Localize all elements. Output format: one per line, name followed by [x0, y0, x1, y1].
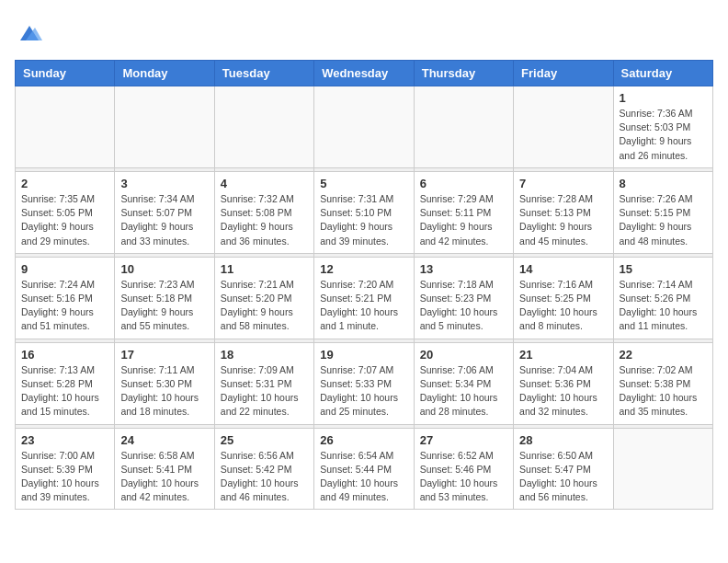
calendar-cell: 28Sunrise: 6:50 AM Sunset: 5:47 PM Dayli…	[514, 428, 613, 510]
calendar-cell: 5Sunrise: 7:31 AM Sunset: 5:10 PM Daylig…	[314, 171, 414, 253]
day-info: Sunrise: 7:11 AM Sunset: 5:30 PM Dayligh…	[120, 363, 208, 419]
calendar-header-tuesday: Tuesday	[214, 61, 313, 86]
day-number: 27	[420, 433, 507, 447]
day-info: Sunrise: 7:26 AM Sunset: 5:15 PM Dayligh…	[620, 192, 707, 248]
day-info: Sunrise: 6:52 AM Sunset: 5:46 PM Dayligh…	[420, 449, 507, 505]
day-number: 12	[320, 262, 407, 276]
day-number: 23	[21, 433, 108, 447]
calendar-cell	[314, 86, 414, 168]
calendar-cell: 20Sunrise: 7:06 AM Sunset: 5:34 PM Dayli…	[414, 342, 513, 424]
calendar-cell: 13Sunrise: 7:18 AM Sunset: 5:23 PM Dayli…	[414, 257, 513, 339]
day-number: 20	[420, 348, 507, 362]
day-number: 19	[320, 348, 407, 362]
day-number: 22	[620, 348, 707, 362]
calendar-cell: 12Sunrise: 7:20 AM Sunset: 5:21 PM Dayli…	[314, 257, 414, 339]
calendar-cell: 19Sunrise: 7:07 AM Sunset: 5:33 PM Dayli…	[314, 342, 414, 424]
day-info: Sunrise: 7:31 AM Sunset: 5:10 PM Dayligh…	[320, 192, 407, 248]
calendar-header-wednesday: Wednesday	[314, 61, 414, 86]
calendar-week-row: 16Sunrise: 7:13 AM Sunset: 5:28 PM Dayli…	[16, 342, 713, 424]
day-number: 1	[620, 91, 707, 105]
day-info: Sunrise: 7:28 AM Sunset: 5:13 PM Dayligh…	[519, 192, 607, 248]
calendar-header-thursday: Thursday	[414, 61, 513, 86]
calendar-week-row: 9Sunrise: 7:24 AM Sunset: 5:16 PM Daylig…	[16, 257, 713, 339]
day-number: 6	[420, 177, 507, 190]
calendar-cell: 24Sunrise: 6:58 AM Sunset: 5:41 PM Dayli…	[115, 428, 214, 510]
calendar-cell: 3Sunrise: 7:34 AM Sunset: 5:07 PM Daylig…	[115, 171, 214, 253]
calendar-cell: 4Sunrise: 7:32 AM Sunset: 5:08 PM Daylig…	[214, 171, 313, 253]
day-number: 28	[519, 433, 607, 447]
day-info: Sunrise: 7:02 AM Sunset: 5:38 PM Dayligh…	[620, 363, 707, 419]
day-number: 25	[221, 433, 308, 447]
day-info: Sunrise: 6:56 AM Sunset: 5:42 PM Dayligh…	[221, 449, 308, 505]
day-info: Sunrise: 7:09 AM Sunset: 5:31 PM Dayligh…	[221, 363, 308, 419]
calendar-header-sunday: Sunday	[16, 61, 115, 86]
calendar-cell: 2Sunrise: 7:35 AM Sunset: 5:05 PM Daylig…	[16, 171, 115, 253]
calendar-cell: 22Sunrise: 7:02 AM Sunset: 5:38 PM Dayli…	[613, 342, 712, 424]
logo	[15, 20, 42, 51]
day-number: 4	[221, 177, 308, 190]
calendar-cell: 1Sunrise: 7:36 AM Sunset: 5:03 PM Daylig…	[613, 86, 712, 168]
day-info: Sunrise: 7:13 AM Sunset: 5:28 PM Dayligh…	[21, 363, 108, 419]
calendar-cell: 23Sunrise: 7:00 AM Sunset: 5:39 PM Dayli…	[16, 428, 115, 510]
day-info: Sunrise: 7:16 AM Sunset: 5:25 PM Dayligh…	[519, 278, 607, 334]
calendar-cell	[514, 86, 613, 168]
day-number: 7	[519, 177, 607, 190]
calendar-cell: 26Sunrise: 6:54 AM Sunset: 5:44 PM Dayli…	[314, 428, 414, 510]
day-info: Sunrise: 7:00 AM Sunset: 5:39 PM Dayligh…	[21, 449, 108, 505]
calendar-cell: 11Sunrise: 7:21 AM Sunset: 5:20 PM Dayli…	[214, 257, 313, 339]
day-info: Sunrise: 7:32 AM Sunset: 5:08 PM Dayligh…	[221, 192, 308, 248]
day-info: Sunrise: 7:14 AM Sunset: 5:26 PM Dayligh…	[620, 278, 707, 334]
day-info: Sunrise: 7:34 AM Sunset: 5:07 PM Dayligh…	[120, 192, 208, 248]
calendar: SundayMondayTuesdayWednesdayThursdayFrid…	[15, 60, 713, 510]
calendar-cell: 9Sunrise: 7:24 AM Sunset: 5:16 PM Daylig…	[16, 257, 115, 339]
calendar-cell: 21Sunrise: 7:04 AM Sunset: 5:36 PM Dayli…	[514, 342, 613, 424]
day-number: 11	[221, 262, 308, 276]
day-info: Sunrise: 7:07 AM Sunset: 5:33 PM Dayligh…	[320, 363, 407, 419]
calendar-cell	[613, 428, 712, 510]
calendar-cell: 10Sunrise: 7:23 AM Sunset: 5:18 PM Dayli…	[115, 257, 214, 339]
day-info: Sunrise: 7:29 AM Sunset: 5:11 PM Dayligh…	[420, 192, 507, 248]
day-number: 15	[620, 262, 707, 276]
day-number: 16	[21, 348, 108, 362]
calendar-week-row: 23Sunrise: 7:00 AM Sunset: 5:39 PM Dayli…	[16, 428, 713, 510]
day-number: 14	[519, 262, 607, 276]
calendar-cell	[214, 86, 313, 168]
day-number: 21	[519, 348, 607, 362]
calendar-cell: 17Sunrise: 7:11 AM Sunset: 5:30 PM Dayli…	[115, 342, 214, 424]
day-info: Sunrise: 7:04 AM Sunset: 5:36 PM Dayligh…	[519, 363, 607, 419]
logo-icon	[17, 20, 42, 46]
calendar-cell: 25Sunrise: 6:56 AM Sunset: 5:42 PM Dayli…	[214, 428, 313, 510]
calendar-header-friday: Friday	[514, 61, 613, 86]
day-number: 17	[120, 348, 208, 362]
calendar-cell: 7Sunrise: 7:28 AM Sunset: 5:13 PM Daylig…	[514, 171, 613, 253]
day-info: Sunrise: 7:35 AM Sunset: 5:05 PM Dayligh…	[21, 192, 108, 248]
day-number: 18	[221, 348, 308, 362]
day-number: 2	[21, 177, 108, 190]
day-info: Sunrise: 6:58 AM Sunset: 5:41 PM Dayligh…	[120, 449, 208, 505]
day-info: Sunrise: 7:36 AM Sunset: 5:03 PM Dayligh…	[620, 107, 707, 163]
day-info: Sunrise: 6:50 AM Sunset: 5:47 PM Dayligh…	[519, 449, 607, 505]
day-info: Sunrise: 7:24 AM Sunset: 5:16 PM Dayligh…	[21, 278, 108, 334]
calendar-week-row: 2Sunrise: 7:35 AM Sunset: 5:05 PM Daylig…	[16, 171, 713, 253]
calendar-header-saturday: Saturday	[613, 61, 712, 86]
calendar-cell: 18Sunrise: 7:09 AM Sunset: 5:31 PM Dayli…	[214, 342, 313, 424]
day-info: Sunrise: 7:21 AM Sunset: 5:20 PM Dayligh…	[221, 278, 308, 334]
calendar-header-row: SundayMondayTuesdayWednesdayThursdayFrid…	[16, 61, 713, 86]
calendar-cell	[115, 86, 214, 168]
day-number: 10	[120, 262, 208, 276]
day-number: 8	[620, 177, 707, 190]
calendar-cell: 27Sunrise: 6:52 AM Sunset: 5:46 PM Dayli…	[414, 428, 513, 510]
day-info: Sunrise: 7:18 AM Sunset: 5:23 PM Dayligh…	[420, 278, 507, 334]
day-info: Sunrise: 7:06 AM Sunset: 5:34 PM Dayligh…	[420, 363, 507, 419]
calendar-cell: 16Sunrise: 7:13 AM Sunset: 5:28 PM Dayli…	[16, 342, 115, 424]
day-info: Sunrise: 7:20 AM Sunset: 5:21 PM Dayligh…	[320, 278, 407, 334]
day-number: 24	[120, 433, 208, 447]
day-number: 26	[320, 433, 407, 447]
calendar-cell	[414, 86, 513, 168]
day-number: 3	[120, 177, 208, 190]
calendar-cell: 8Sunrise: 7:26 AM Sunset: 5:15 PM Daylig…	[613, 171, 712, 253]
calendar-cell: 15Sunrise: 7:14 AM Sunset: 5:26 PM Dayli…	[613, 257, 712, 339]
calendar-cell: 6Sunrise: 7:29 AM Sunset: 5:11 PM Daylig…	[414, 171, 513, 253]
calendar-header-monday: Monday	[115, 61, 214, 86]
calendar-cell: 14Sunrise: 7:16 AM Sunset: 5:25 PM Dayli…	[514, 257, 613, 339]
